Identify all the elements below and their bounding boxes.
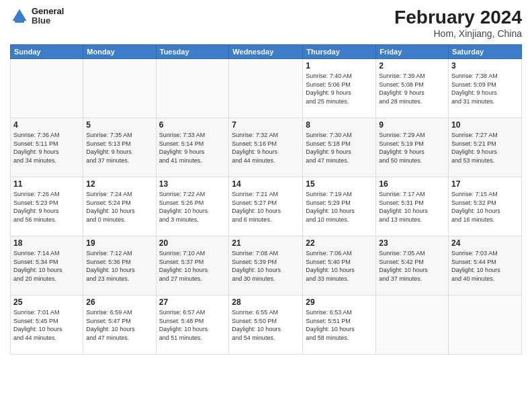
calendar-cell: 27Sunrise: 6:57 AM Sunset: 5:48 PM Dayli… (156, 295, 229, 355)
calendar-cell: 23Sunrise: 7:05 AM Sunset: 5:42 PM Dayli… (376, 236, 449, 295)
calendar-cell: 4Sunrise: 7:36 AM Sunset: 5:11 PM Daylig… (11, 118, 83, 177)
day-info: Sunrise: 7:06 AM Sunset: 5:40 PM Dayligh… (306, 249, 373, 283)
calendar-cell: 16Sunrise: 7:17 AM Sunset: 5:31 PM Dayli… (376, 177, 449, 236)
day-info: Sunrise: 7:29 AM Sunset: 5:19 PM Dayligh… (379, 131, 445, 165)
calendar-cell: 11Sunrise: 7:26 AM Sunset: 5:23 PM Dayli… (11, 177, 83, 236)
svg-marker-0 (13, 9, 27, 21)
weekday-header-wednesday: Wednesday (229, 45, 303, 59)
calendar-cell: 8Sunrise: 7:30 AM Sunset: 5:18 PM Daylig… (303, 118, 376, 177)
calendar-cell: 3Sunrise: 7:38 AM Sunset: 5:09 PM Daylig… (449, 59, 522, 118)
calendar-cell: 25Sunrise: 7:01 AM Sunset: 5:45 PM Dayli… (11, 295, 83, 355)
calendar-week-5: 25Sunrise: 7:01 AM Sunset: 5:45 PM Dayli… (11, 295, 522, 355)
weekday-header-monday: Monday (83, 45, 156, 59)
calendar-cell: 14Sunrise: 7:21 AM Sunset: 5:27 PM Dayli… (229, 177, 303, 236)
day-number: 27 (159, 298, 226, 307)
calendar-cell: 9Sunrise: 7:29 AM Sunset: 5:19 PM Daylig… (376, 118, 449, 177)
calendar-cell (83, 59, 156, 118)
weekday-header-tuesday: Tuesday (156, 45, 229, 59)
calendar-cell: 21Sunrise: 7:08 AM Sunset: 5:39 PM Dayli… (229, 236, 303, 295)
day-number: 3 (451, 61, 519, 71)
day-info: Sunrise: 7:21 AM Sunset: 5:27 PM Dayligh… (232, 190, 300, 224)
calendar-week-2: 4Sunrise: 7:36 AM Sunset: 5:11 PM Daylig… (11, 118, 522, 177)
day-info: Sunrise: 7:08 AM Sunset: 5:39 PM Dayligh… (232, 249, 300, 283)
logo: General Blue (10, 7, 64, 26)
day-number: 21 (232, 238, 300, 248)
calendar-cell: 12Sunrise: 7:24 AM Sunset: 5:24 PM Dayli… (83, 177, 156, 236)
day-number: 19 (86, 238, 152, 248)
day-number: 8 (306, 120, 373, 130)
day-number: 23 (379, 238, 445, 248)
day-number: 24 (451, 238, 519, 248)
day-number: 16 (379, 179, 445, 189)
day-info: Sunrise: 7:33 AM Sunset: 5:14 PM Dayligh… (159, 131, 226, 165)
day-number: 28 (232, 298, 300, 307)
day-info: Sunrise: 7:01 AM Sunset: 5:45 PM Dayligh… (13, 308, 80, 342)
day-info: Sunrise: 7:03 AM Sunset: 5:44 PM Dayligh… (451, 249, 519, 283)
title-section: February 2024 Hom, Xinjiang, China (394, 7, 522, 39)
day-number: 1 (306, 61, 373, 71)
day-info: Sunrise: 6:59 AM Sunset: 5:47 PM Dayligh… (86, 308, 152, 342)
calendar-cell (229, 59, 303, 118)
day-number: 13 (159, 179, 226, 189)
day-number: 26 (86, 298, 152, 307)
calendar-cell: 5Sunrise: 7:35 AM Sunset: 5:13 PM Daylig… (83, 118, 156, 177)
calendar-cell (449, 295, 522, 355)
calendar-cell: 17Sunrise: 7:15 AM Sunset: 5:32 PM Dayli… (449, 177, 522, 236)
day-info: Sunrise: 6:57 AM Sunset: 5:48 PM Dayligh… (159, 308, 226, 342)
svg-rect-1 (15, 21, 24, 23)
weekday-header-sunday: Sunday (11, 45, 83, 59)
day-number: 17 (451, 179, 519, 189)
day-info: Sunrise: 7:12 AM Sunset: 5:36 PM Dayligh… (86, 249, 152, 283)
calendar-cell: 1Sunrise: 7:40 AM Sunset: 5:06 PM Daylig… (303, 59, 376, 118)
calendar-cell: 19Sunrise: 7:12 AM Sunset: 5:36 PM Dayli… (83, 236, 156, 295)
calendar-cell: 7Sunrise: 7:32 AM Sunset: 5:16 PM Daylig… (229, 118, 303, 177)
day-number: 22 (306, 238, 373, 248)
day-info: Sunrise: 7:22 AM Sunset: 5:26 PM Dayligh… (159, 190, 226, 224)
day-info: Sunrise: 7:32 AM Sunset: 5:16 PM Dayligh… (232, 131, 300, 165)
calendar-cell: 24Sunrise: 7:03 AM Sunset: 5:44 PM Dayli… (449, 236, 522, 295)
day-number: 20 (159, 238, 226, 248)
day-info: Sunrise: 7:27 AM Sunset: 5:21 PM Dayligh… (451, 131, 519, 165)
logo-text: General Blue (32, 7, 64, 26)
logo-line1: General (32, 7, 64, 16)
day-info: Sunrise: 7:17 AM Sunset: 5:31 PM Dayligh… (379, 190, 445, 224)
day-info: Sunrise: 7:36 AM Sunset: 5:11 PM Dayligh… (13, 131, 80, 165)
calendar-cell: 15Sunrise: 7:19 AM Sunset: 5:29 PM Dayli… (303, 177, 376, 236)
calendar-table: SundayMondayTuesdayWednesdayThursdayFrid… (10, 44, 522, 355)
weekday-header-friday: Friday (376, 45, 449, 59)
weekday-header-saturday: Saturday (449, 45, 522, 59)
day-info: Sunrise: 6:53 AM Sunset: 5:51 PM Dayligh… (306, 308, 373, 342)
calendar-week-3: 11Sunrise: 7:26 AM Sunset: 5:23 PM Dayli… (11, 177, 522, 236)
day-info: Sunrise: 7:24 AM Sunset: 5:24 PM Dayligh… (86, 190, 152, 224)
day-number: 9 (379, 120, 445, 130)
day-info: Sunrise: 7:38 AM Sunset: 5:09 PM Dayligh… (451, 72, 519, 105)
header: General Blue February 2024 Hom, Xinjiang… (10, 7, 522, 39)
calendar-cell: 10Sunrise: 7:27 AM Sunset: 5:21 PM Dayli… (449, 118, 522, 177)
day-info: Sunrise: 7:19 AM Sunset: 5:29 PM Dayligh… (306, 190, 373, 224)
day-number: 4 (13, 120, 80, 130)
day-number: 18 (13, 238, 80, 248)
calendar-cell: 20Sunrise: 7:10 AM Sunset: 5:37 PM Dayli… (156, 236, 229, 295)
day-info: Sunrise: 7:05 AM Sunset: 5:42 PM Dayligh… (379, 249, 445, 283)
day-info: Sunrise: 7:40 AM Sunset: 5:06 PM Dayligh… (306, 72, 373, 105)
calendar-cell: 18Sunrise: 7:14 AM Sunset: 5:34 PM Dayli… (11, 236, 83, 295)
weekday-header-thursday: Thursday (303, 45, 376, 59)
day-info: Sunrise: 7:26 AM Sunset: 5:23 PM Dayligh… (13, 190, 80, 224)
day-info: Sunrise: 6:55 AM Sunset: 5:50 PM Dayligh… (232, 308, 300, 342)
calendar-cell: 2Sunrise: 7:39 AM Sunset: 5:08 PM Daylig… (376, 59, 449, 118)
day-info: Sunrise: 7:14 AM Sunset: 5:34 PM Dayligh… (13, 249, 80, 283)
calendar-cell: 6Sunrise: 7:33 AM Sunset: 5:14 PM Daylig… (156, 118, 229, 177)
day-number: 25 (13, 298, 80, 307)
day-info: Sunrise: 7:39 AM Sunset: 5:08 PM Dayligh… (379, 72, 445, 105)
calendar-cell (11, 59, 83, 118)
day-number: 12 (86, 179, 152, 189)
calendar-cell: 13Sunrise: 7:22 AM Sunset: 5:26 PM Dayli… (156, 177, 229, 236)
day-number: 6 (159, 120, 226, 130)
calendar-subtitle: Hom, Xinjiang, China (394, 28, 522, 39)
logo-icon (10, 7, 29, 26)
day-number: 29 (306, 298, 373, 307)
logo-line2: Blue (32, 16, 64, 26)
day-info: Sunrise: 7:10 AM Sunset: 5:37 PM Dayligh… (159, 249, 226, 283)
calendar-week-1: 1Sunrise: 7:40 AM Sunset: 5:06 PM Daylig… (11, 59, 522, 118)
calendar-cell: 28Sunrise: 6:55 AM Sunset: 5:50 PM Dayli… (229, 295, 303, 355)
